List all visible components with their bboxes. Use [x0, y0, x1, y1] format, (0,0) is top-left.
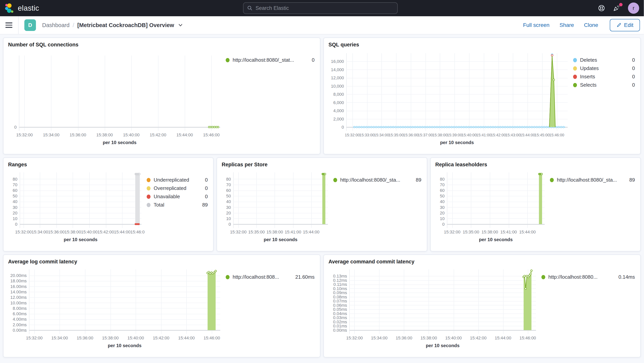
svg-text:15:39:00: 15:39:00: [447, 133, 462, 137]
legend-color-dot: [550, 178, 554, 182]
legend-color-dot: [573, 58, 577, 62]
full-screen-button[interactable]: Full screen: [523, 22, 550, 28]
panel-title: Average log commit latency: [7, 258, 316, 265]
legend-color-dot: [147, 186, 150, 190]
legend-color-dot: [333, 178, 337, 182]
svg-text:15:46:00: 15:46:00: [549, 133, 564, 137]
notification-badge: [619, 3, 622, 7]
svg-text:0.00ms: 0.00ms: [13, 328, 27, 333]
legend-value: 0: [205, 185, 208, 191]
legend-item[interactable]: Total89: [147, 202, 208, 208]
legend-item[interactable]: http://localhost:808...21.60ms: [226, 274, 314, 280]
panel-title: Number of SQL connections: [7, 41, 316, 48]
breadcrumb-dashboard-link[interactable]: Dashboard: [42, 22, 70, 29]
svg-text:per 10 seconds: per 10 seconds: [440, 140, 474, 145]
svg-text:40: 40: [226, 199, 231, 204]
share-button[interactable]: Share: [560, 22, 574, 28]
svg-text:18.00ms: 18.00ms: [10, 278, 27, 283]
edit-button-label: Edit: [624, 22, 633, 28]
svg-text:15:35:00: 15:35:00: [248, 230, 265, 234]
legend-item[interactable]: Deletes0: [573, 57, 635, 63]
svg-text:6.00ms: 6.00ms: [13, 311, 27, 316]
svg-text:15:46:00: 15:46:00: [204, 335, 220, 340]
svg-text:10: 10: [440, 216, 444, 221]
legend-value: 89: [416, 177, 422, 183]
legend-color-dot: [147, 195, 150, 199]
brand-name: elastic: [18, 4, 39, 12]
svg-text:per 10 seconds: per 10 seconds: [108, 343, 142, 348]
news-button[interactable]: [613, 5, 620, 12]
legend-color-dot: [573, 75, 577, 79]
svg-text:0.07ms: 0.07ms: [333, 299, 347, 303]
legend-item[interactable]: http://localhost:8080...0.14ms: [542, 274, 635, 280]
help-button[interactable]: [598, 5, 605, 12]
dashboard-switch-button[interactable]: [178, 23, 183, 28]
avatar[interactable]: r: [628, 3, 639, 14]
svg-text:10: 10: [226, 216, 231, 221]
svg-text:0.06ms: 0.06ms: [333, 303, 347, 308]
svg-text:15:35:00: 15:35:00: [462, 230, 479, 234]
legend-item[interactable]: http://localhost:8080/_sta...89: [333, 177, 422, 183]
legend-value: 89: [629, 177, 635, 183]
elastic-brand[interactable]: elastic: [5, 3, 39, 13]
chart-canvas: 015:32:0015:34:0015:36:0015:38:0015:40:0…: [7, 48, 223, 151]
svg-text:0.10ms: 0.10ms: [333, 286, 347, 291]
svg-text:10.00ms: 10.00ms: [10, 300, 27, 305]
svg-text:70: 70: [440, 182, 444, 187]
svg-text:70: 70: [226, 182, 231, 187]
clone-button[interactable]: Clone: [584, 22, 598, 28]
svg-text:15:45:00: 15:45:00: [535, 133, 550, 137]
svg-text:40: 40: [13, 199, 18, 204]
menu-button[interactable]: [6, 21, 12, 29]
legend-item[interactable]: http://localhost:8080/_sta...89: [550, 177, 635, 183]
svg-text:0.05ms: 0.05ms: [333, 307, 347, 312]
svg-text:60: 60: [226, 188, 231, 193]
svg-text:10: 10: [13, 216, 18, 221]
chart-legend: http://localhost:8080/_sta...89: [548, 168, 636, 248]
svg-text:50: 50: [13, 194, 18, 198]
svg-text:12.00ms: 12.00ms: [10, 295, 27, 300]
panel-average-command-commit-latency: Average command commit latency 0.00ms0.0…: [324, 254, 641, 357]
legend-item[interactable]: Underreplicated0: [147, 177, 208, 183]
svg-text:50: 50: [440, 194, 444, 198]
chevron-down-icon: [178, 23, 183, 28]
legend-item[interactable]: Selects0: [573, 82, 635, 88]
legend-item[interactable]: Inserts0: [573, 74, 635, 80]
search-input[interactable]: [256, 5, 394, 11]
legend-value: 0.14ms: [618, 274, 635, 280]
svg-text:30: 30: [13, 205, 18, 210]
svg-text:0: 0: [14, 125, 16, 130]
legend-label: Deletes: [580, 57, 629, 63]
svg-text:15:35:00: 15:35:00: [388, 133, 404, 137]
ranges-chart: 0102030405060708015:32:0015:34:0015:36:0…: [7, 168, 144, 248]
svg-text:15:36:00: 15:36:00: [403, 133, 418, 137]
panel-number-of-sql-connections: Number of SQL connections 015:32:0015:34…: [3, 38, 320, 154]
legend-item[interactable]: Updates0: [573, 65, 635, 71]
svg-text:15:40:00: 15:40:00: [445, 335, 462, 340]
legend-value: 0: [632, 57, 635, 63]
legend-label: Unavailable: [154, 194, 202, 200]
edit-button[interactable]: Edit: [610, 19, 640, 31]
legend-value: 0: [205, 194, 208, 200]
legend-item[interactable]: Overreplicated0: [147, 185, 208, 191]
svg-text:14,000: 14,000: [331, 67, 344, 72]
svg-text:12,000: 12,000: [331, 75, 344, 80]
legend-item[interactable]: Unavailable0: [147, 194, 208, 200]
svg-text:0: 0: [342, 125, 344, 130]
legend-label: http://localhost:8080...: [548, 274, 616, 280]
svg-text:15:36:00: 15:36:00: [396, 335, 412, 340]
svg-text:15:32:00: 15:32:00: [15, 230, 32, 234]
legend-value: 0: [632, 65, 635, 71]
svg-text:15:38:00: 15:38:00: [96, 133, 113, 137]
global-search[interactable]: [243, 2, 398, 14]
legend-label: http://localhost:808...: [233, 274, 292, 280]
elastic-logo-icon: [5, 3, 15, 13]
legend-label: http://localhost:8080/_stat...: [233, 57, 309, 63]
replicas-per-store-chart: 0102030405060708015:32:0015:35:0015:38:0…: [221, 168, 331, 248]
search-icon: [247, 6, 252, 11]
legend-label: Updates: [580, 65, 629, 71]
chart-canvas: 02,0004,0006,0008,00010,00012,00014,0001…: [328, 48, 571, 151]
legend-item[interactable]: http://localhost:8080/_stat...0: [226, 57, 314, 63]
svg-text:15:44:00: 15:44:00: [519, 230, 536, 234]
pencil-icon: [616, 23, 622, 28]
